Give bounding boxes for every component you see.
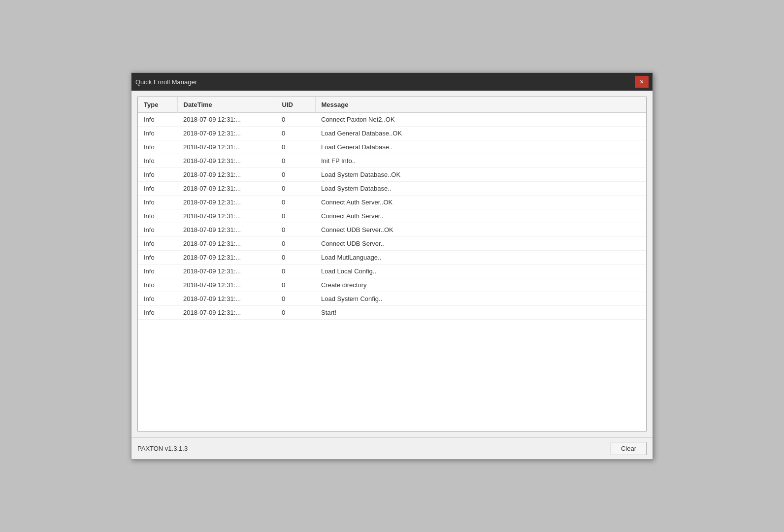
cell-datetime: 2018-07-09 12:31:... <box>177 306 276 320</box>
table-row: Info2018-07-09 12:31:...0Start! <box>138 306 646 320</box>
main-window: Quick Enroll Manager × Type DateTime UID… <box>131 72 653 460</box>
cell-type: Info <box>138 182 177 196</box>
cell-message: Connect UDB Server.. <box>315 237 646 251</box>
clear-button[interactable]: Clear <box>611 442 647 455</box>
cell-uid: 0 <box>276 168 315 182</box>
cell-datetime: 2018-07-09 12:31:... <box>177 196 276 209</box>
cell-type: Info <box>138 140 177 154</box>
cell-datetime: 2018-07-09 12:31:... <box>177 265 276 278</box>
cell-message: Load MutiLanguage.. <box>315 251 646 265</box>
table-row: Info2018-07-09 12:31:...0Load System Con… <box>138 292 646 306</box>
cell-datetime: 2018-07-09 12:31:... <box>177 292 276 306</box>
cell-type: Info <box>138 278 177 292</box>
cell-uid: 0 <box>276 306 315 320</box>
cell-message: Load System Config.. <box>315 292 646 306</box>
cell-datetime: 2018-07-09 12:31:... <box>177 278 276 292</box>
table-row: Info2018-07-09 12:31:...0Connect UDB Ser… <box>138 223 646 237</box>
version-label: PAXTON v1.3.1.3 <box>137 445 188 452</box>
cell-type: Info <box>138 209 177 223</box>
table-row: Info2018-07-09 12:31:...0Load General Da… <box>138 127 646 140</box>
cell-type: Info <box>138 154 177 168</box>
cell-message: Load Local Config.. <box>315 265 646 278</box>
status-bar: PAXTON v1.3.1.3 Clear <box>131 437 653 459</box>
cell-uid: 0 <box>276 196 315 209</box>
table-row: Info2018-07-09 12:31:...0Load Local Conf… <box>138 265 646 278</box>
table-row: Info2018-07-09 12:31:...0Create director… <box>138 278 646 292</box>
cell-uid: 0 <box>276 140 315 154</box>
cell-message: Load General Database.. <box>315 140 646 154</box>
log-table: Type DateTime UID Message Info2018-07-09… <box>138 97 646 320</box>
column-header-message: Message <box>315 97 646 113</box>
cell-uid: 0 <box>276 113 315 127</box>
cell-uid: 0 <box>276 292 315 306</box>
cell-datetime: 2018-07-09 12:31:... <box>177 140 276 154</box>
cell-datetime: 2018-07-09 12:31:... <box>177 209 276 223</box>
cell-type: Info <box>138 196 177 209</box>
table-row: Info2018-07-09 12:31:...0Load System Dat… <box>138 168 646 182</box>
column-header-datetime: DateTime <box>177 97 276 113</box>
table-row: Info2018-07-09 12:31:...0Connect Auth Se… <box>138 196 646 209</box>
cell-uid: 0 <box>276 182 315 196</box>
cell-type: Info <box>138 168 177 182</box>
cell-message: Load General Database..OK <box>315 127 646 140</box>
table-header-row: Type DateTime UID Message <box>138 97 646 113</box>
cell-uid: 0 <box>276 209 315 223</box>
cell-type: Info <box>138 223 177 237</box>
cell-message: Load System Database.. <box>315 182 646 196</box>
close-button[interactable]: × <box>635 76 649 88</box>
cell-type: Info <box>138 113 177 127</box>
cell-type: Info <box>138 306 177 320</box>
cell-datetime: 2018-07-09 12:31:... <box>177 251 276 265</box>
cell-type: Info <box>138 127 177 140</box>
cell-message: Load System Database..OK <box>315 168 646 182</box>
column-header-type: Type <box>138 97 177 113</box>
cell-datetime: 2018-07-09 12:31:... <box>177 154 276 168</box>
cell-uid: 0 <box>276 154 315 168</box>
cell-datetime: 2018-07-09 12:31:... <box>177 113 276 127</box>
table-row: Info2018-07-09 12:31:...0Init FP Info.. <box>138 154 646 168</box>
log-table-body: Info2018-07-09 12:31:...0Connect Paxton … <box>138 113 646 320</box>
cell-message: Connect Auth Server.. <box>315 209 646 223</box>
cell-uid: 0 <box>276 237 315 251</box>
cell-uid: 0 <box>276 127 315 140</box>
cell-uid: 0 <box>276 278 315 292</box>
table-row: Info2018-07-09 12:31:...0Load System Dat… <box>138 182 646 196</box>
cell-message: Connect UDB Server..OK <box>315 223 646 237</box>
title-bar: Quick Enroll Manager × <box>131 73 653 91</box>
cell-message: Start! <box>315 306 646 320</box>
cell-message: Create directory <box>315 278 646 292</box>
table-row: Info2018-07-09 12:31:...0Load MutiLangua… <box>138 251 646 265</box>
table-row: Info2018-07-09 12:31:...0Load General Da… <box>138 140 646 154</box>
log-table-container[interactable]: Type DateTime UID Message Info2018-07-09… <box>137 97 647 432</box>
cell-datetime: 2018-07-09 12:31:... <box>177 223 276 237</box>
cell-type: Info <box>138 237 177 251</box>
cell-datetime: 2018-07-09 12:31:... <box>177 182 276 196</box>
cell-datetime: 2018-07-09 12:31:... <box>177 237 276 251</box>
window-controls: × <box>635 76 649 88</box>
cell-datetime: 2018-07-09 12:31:... <box>177 168 276 182</box>
window-content: Type DateTime UID Message Info2018-07-09… <box>131 91 653 437</box>
cell-type: Info <box>138 251 177 265</box>
cell-message: Init FP Info.. <box>315 154 646 168</box>
table-row: Info2018-07-09 12:31:...0Connect Auth Se… <box>138 209 646 223</box>
table-row: Info2018-07-09 12:31:...0Connect Paxton … <box>138 113 646 127</box>
table-row: Info2018-07-09 12:31:...0Connect UDB Ser… <box>138 237 646 251</box>
cell-uid: 0 <box>276 265 315 278</box>
cell-message: Connect Paxton Net2..OK <box>315 113 646 127</box>
cell-type: Info <box>138 292 177 306</box>
column-header-uid: UID <box>276 97 315 113</box>
cell-message: Connect Auth Server..OK <box>315 196 646 209</box>
window-title: Quick Enroll Manager <box>135 78 197 86</box>
cell-type: Info <box>138 265 177 278</box>
cell-uid: 0 <box>276 223 315 237</box>
cell-datetime: 2018-07-09 12:31:... <box>177 127 276 140</box>
cell-uid: 0 <box>276 251 315 265</box>
